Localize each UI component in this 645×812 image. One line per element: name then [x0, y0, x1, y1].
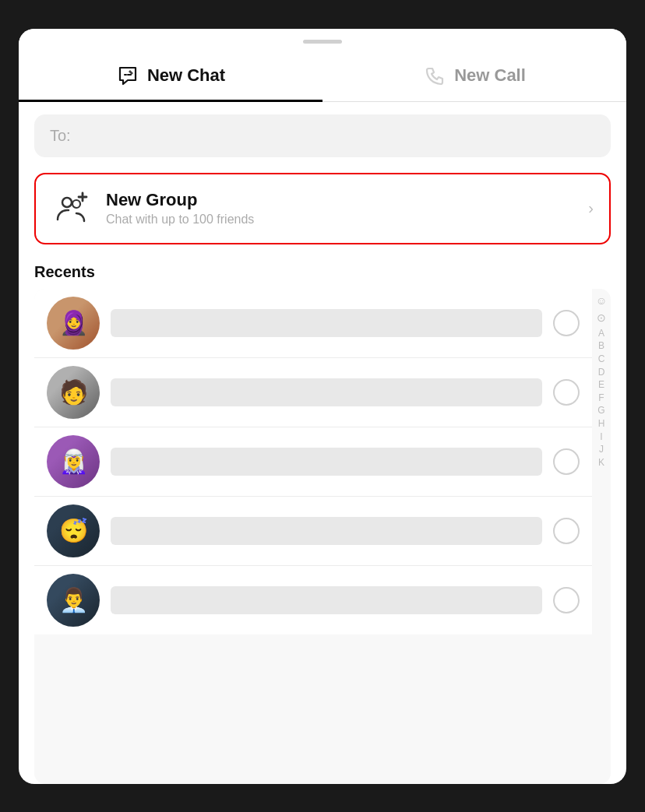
bottom-sheet: New Chat New Call To: — [19, 29, 626, 784]
contact-checkbox[interactable] — [553, 587, 580, 613]
contact-row[interactable]: 👨‍💼 — [34, 566, 592, 634]
chat-icon — [116, 64, 139, 87]
drag-bar — [303, 40, 342, 44]
contact-name-placeholder — [111, 309, 542, 337]
new-group-card[interactable]: New Group Chat with up to 100 friends › — [34, 173, 611, 244]
new-group-icon — [51, 188, 92, 229]
tab-new-call-label: New Call — [454, 65, 526, 86]
contact-checkbox[interactable] — [553, 379, 580, 406]
contact-row[interactable]: 🧕 — [34, 289, 592, 358]
contact-checkbox[interactable] — [553, 310, 580, 336]
avatar: 🧝‍♀️ — [47, 435, 100, 488]
alpha-i[interactable]: I — [600, 431, 602, 444]
alpha-recents-icon[interactable]: ⊙ — [597, 311, 606, 325]
avatar: 🧕 — [47, 297, 100, 350]
alpha-a[interactable]: A — [598, 328, 604, 340]
contact-name-placeholder — [111, 517, 542, 545]
alpha-d[interactable]: D — [598, 367, 605, 379]
avatar: 👨‍💼 — [47, 574, 100, 627]
contact-name-placeholder — [111, 378, 542, 406]
alpha-k[interactable]: K — [598, 457, 604, 469]
alpha-f[interactable]: F — [598, 392, 604, 405]
to-field-container: To: — [19, 102, 626, 170]
contact-row[interactable]: 🧝‍♀️ — [34, 427, 592, 497]
alpha-b[interactable]: B — [598, 340, 604, 353]
svg-point-1 — [72, 200, 80, 208]
recents-label: Recents — [19, 257, 626, 289]
avatar-image: 👨‍💼 — [47, 574, 100, 627]
alpha-h[interactable]: H — [598, 418, 605, 431]
contact-name-placeholder — [111, 586, 542, 614]
svg-point-0 — [62, 198, 72, 207]
alpha-emoji-icon[interactable]: ☺ — [596, 294, 607, 308]
tabs-container: New Chat New Call — [19, 50, 626, 102]
phone-container: New Chat New Call To: — [0, 0, 645, 812]
tab-new-chat-label: New Chat — [147, 65, 225, 86]
contacts-list-area: 🧕 🧑 🧝‍♀️ — [34, 289, 611, 784]
contact-row[interactable]: 😴 — [34, 497, 592, 566]
tab-new-chat[interactable]: New Chat — [19, 50, 322, 101]
avatar-image: 😴 — [47, 504, 100, 557]
contacts-list: 🧕 🧑 🧝‍♀️ — [34, 289, 592, 784]
alpha-j[interactable]: J — [599, 444, 604, 456]
new-group-subtitle: Chat with up to 100 friends — [106, 213, 574, 227]
tab-new-call[interactable]: New Call — [322, 50, 626, 101]
contact-row[interactable]: 🧑 — [34, 358, 592, 427]
avatar: 😴 — [47, 504, 100, 557]
avatar-image: 🧕 — [47, 297, 100, 350]
to-field[interactable]: To: — [34, 114, 611, 157]
alpha-sidebar: ☺ ⊙ A B C D E F G H I J K — [592, 289, 611, 784]
new-group-text: New Group Chat with up to 100 friends — [106, 190, 574, 227]
avatar-image: 🧑 — [47, 366, 100, 419]
phone-icon — [423, 64, 446, 87]
avatar-image: 🧝‍♀️ — [47, 435, 100, 488]
drag-handle-area[interactable] — [19, 29, 626, 50]
new-group-chevron: › — [588, 199, 594, 217]
avatar: 🧑 — [47, 366, 100, 419]
contact-name-placeholder — [111, 448, 542, 476]
alpha-e[interactable]: E — [598, 379, 604, 392]
contact-checkbox[interactable] — [553, 518, 580, 544]
alpha-c[interactable]: C — [598, 353, 605, 366]
alpha-g[interactable]: G — [597, 405, 604, 417]
new-group-title: New Group — [106, 190, 574, 210]
contact-checkbox[interactable] — [553, 448, 580, 475]
